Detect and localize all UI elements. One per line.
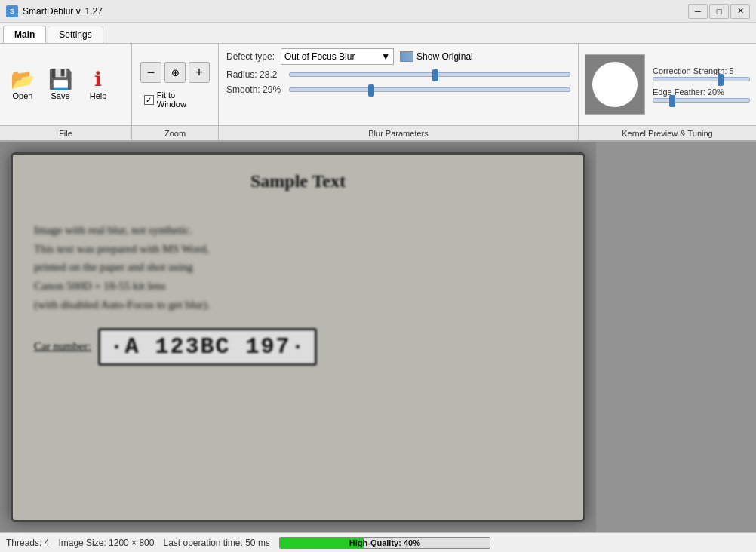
progress-bar: High-Quality: 40% — [279, 537, 490, 549]
edge-feather-slider[interactable] — [653, 98, 750, 103]
app-title: SmartDeblur v. 1.27 — [23, 6, 103, 17]
kernel-section-label: Kernel Preview & Tuning — [579, 125, 756, 140]
zoom-controls: − ⊕ + — [137, 59, 213, 86]
save-icon: 💾 — [48, 69, 72, 89]
kernel-circle — [592, 62, 638, 107]
menu-bar: Main Settings — [0, 23, 756, 44]
close-button[interactable]: ✕ — [730, 4, 750, 19]
doc-body: Image with real blur, not synthetic. Thi… — [34, 202, 562, 314]
smooth-row: Smooth: 29% — [226, 84, 570, 95]
title-left: S SmartDeblur v. 1.27 — [6, 5, 103, 17]
blur-params-section: Defect type: Out of Focus Blur ▼ Show Or… — [219, 44, 579, 140]
fit-to-window-label: Fit to Window — [157, 90, 206, 109]
radius-row: Radius: 28.2 — [226, 69, 570, 80]
radius-label: Radius: 28.2 — [226, 69, 283, 80]
zoom-section: − ⊕ + ✓ Fit to Window Zoom — [132, 44, 219, 140]
tab-main[interactable]: Main — [3, 26, 46, 43]
correction-strength-slider[interactable] — [653, 77, 750, 81]
kernel-controls: Correction Strength: 5 Edge Feather: 20% — [653, 66, 750, 103]
zoom-section-label: Zoom — [132, 125, 218, 140]
correction-strength-label: Correction Strength: 5 — [653, 66, 750, 75]
defect-type-select[interactable]: Out of Focus Blur ▼ — [281, 48, 394, 65]
blur-content: Defect type: Out of Focus Blur ▼ Show Or… — [219, 44, 578, 125]
progress-label: High-Quality: 40% — [280, 538, 490, 548]
app-icon: S — [6, 5, 18, 17]
file-section: 📂 Open 💾 Save ℹ Help File — [0, 44, 132, 140]
minimize-button[interactable]: ─ — [688, 4, 708, 19]
main-content: Sample Text Image with real blur, not sy… — [0, 142, 756, 532]
defect-type-row: Defect type: Out of Focus Blur ▼ Show Or… — [226, 48, 570, 65]
image-size-status: Image Size: 1200 × 800 — [58, 538, 154, 548]
doc-title: Sample Text — [34, 171, 562, 192]
correction-strength-row: Correction Strength: 5 — [653, 66, 750, 81]
show-original-button[interactable]: Show Original — [400, 51, 473, 62]
file-buttons: 📂 Open 💾 Save ℹ Help — [0, 44, 131, 125]
zoom-out-button[interactable]: − — [140, 62, 161, 83]
defect-type-label: Defect type: — [226, 51, 275, 62]
toolbar: 📂 Open 💾 Save ℹ Help File − ⊕ + ✓ — [0, 44, 756, 142]
blur-params-section-label: Blur Parameters — [219, 125, 578, 140]
show-original-label: Show Original — [416, 51, 473, 62]
show-original-icon — [400, 51, 413, 62]
plate-label: Car number: — [34, 340, 91, 353]
save-label: Save — [51, 91, 69, 100]
help-icon: ℹ — [94, 69, 102, 89]
smooth-label: Smooth: 29% — [226, 84, 283, 95]
radius-slider-thumb[interactable] — [432, 69, 438, 81]
open-button[interactable]: 📂 Open — [6, 66, 39, 103]
title-bar: S SmartDeblur v. 1.27 ─ □ ✕ — [0, 0, 756, 23]
license-plate-row: Car number: ·A 123BC 197· — [34, 328, 562, 366]
edge-feather-thumb[interactable] — [669, 95, 675, 107]
open-icon: 📂 — [11, 69, 35, 89]
gray-area — [596, 142, 756, 532]
file-section-label: File — [0, 125, 131, 140]
kernel-section: Correction Strength: 5 Edge Feather: 20% — [579, 44, 756, 140]
kernel-preview — [585, 54, 645, 115]
open-label: Open — [13, 91, 33, 100]
zoom-in-button[interactable]: + — [189, 62, 210, 83]
fit-to-window-checkbox[interactable]: ✓ — [144, 95, 154, 105]
smooth-slider[interactable] — [289, 87, 570, 92]
status-bar: Threads: 4 Image Size: 1200 × 800 Last o… — [0, 532, 756, 552]
edge-feather-label: Edge Feather: 20% — [653, 87, 750, 97]
defect-type-value: Out of Focus Blur — [284, 51, 355, 62]
tab-settings[interactable]: Settings — [48, 26, 103, 43]
edge-feather-row: Edge Feather: 20% — [653, 87, 750, 103]
correction-strength-thumb[interactable] — [718, 74, 724, 86]
license-plate: ·A 123BC 197· — [98, 328, 317, 366]
fit-to-window-row: ✓ Fit to Window — [138, 89, 212, 110]
help-label: Help — [90, 91, 107, 100]
dropdown-chevron-icon: ▼ — [381, 51, 390, 62]
radius-slider[interactable] — [289, 72, 570, 77]
last-operation-status: Last operation time: 50 ms — [163, 538, 269, 548]
save-button[interactable]: 💾 Save — [44, 66, 77, 103]
zoom-fit-button[interactable]: ⊕ — [164, 62, 186, 83]
window-controls: ─ □ ✕ — [688, 4, 750, 19]
kernel-content: Correction Strength: 5 Edge Feather: 20% — [579, 44, 756, 125]
help-button[interactable]: ℹ Help — [81, 66, 115, 103]
image-area[interactable]: Sample Text Image with real blur, not sy… — [0, 142, 596, 532]
smooth-slider-thumb[interactable] — [368, 84, 374, 97]
maximize-button[interactable]: □ — [709, 4, 729, 19]
threads-status: Threads: 4 — [6, 538, 49, 548]
